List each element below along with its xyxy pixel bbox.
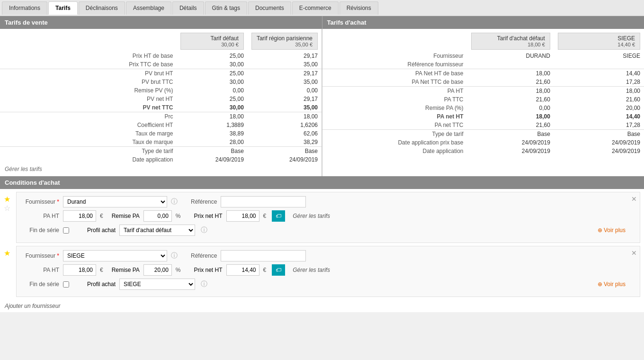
achat-val1-3: 21,60 [467, 78, 554, 87]
vente-val1-8: 1,3889 [177, 121, 247, 129]
tab-tarifs[interactable]: Tarifs [48, 1, 78, 15]
achat-label-3: PA Net TTC de base [322, 78, 467, 87]
achat-val1-4: 18,00 [467, 87, 554, 96]
reference2-label: Référence [191, 252, 217, 259]
vente-label-5: PV net HT [0, 95, 177, 103]
pa-ht2-unit: € [100, 267, 103, 273]
tab-informations[interactable]: Informations [2, 1, 47, 15]
fin-serie1-label: Fin de série [21, 227, 59, 234]
star2-gold[interactable]: ★ [4, 249, 10, 258]
achat-label-11: Date application [322, 147, 467, 155]
vente-val2-0: 29,17 [248, 52, 322, 60]
achat-val2-8: 17,28 [554, 121, 644, 130]
tarifs-achat-header: Tarifs d'achat [322, 16, 644, 29]
reference1-label: Référence [191, 198, 217, 205]
voir-plus1-icon: ⊕ [598, 227, 604, 234]
remise1-input[interactable] [143, 210, 172, 222]
tab-assemblage[interactable]: Assemblage [126, 1, 171, 15]
achat-val1-10: 24/09/2019 [467, 138, 554, 147]
conditions-achat-header: Conditions d'achat [0, 176, 644, 189]
tab-revisions[interactable]: Révisions [340, 1, 378, 15]
pa-ht1-label: PA HT [21, 213, 59, 219]
prix-net2-input[interactable] [226, 264, 259, 276]
tab-details[interactable]: Détails [172, 1, 204, 15]
ajouter-fournisseur-link[interactable]: Ajouter un fournisseur [0, 300, 65, 312]
star1-empty[interactable]: ☆ [4, 204, 10, 213]
tab-declinaisons[interactable]: Déclinaisons [79, 1, 125, 15]
tab-documents[interactable]: Documents [248, 1, 291, 15]
achat-val1-0: DURAND [467, 52, 554, 60]
achat-val2-5: 21,60 [554, 95, 644, 104]
info1-icon[interactable]: ⓘ [171, 198, 178, 206]
profil2-label: Profil achat [87, 281, 116, 288]
achat-label-5: PA TTC [322, 95, 467, 104]
achat-val2-7: 14,40 [554, 112, 644, 121]
tab-gtin-tags[interactable]: Gtin & tags [205, 1, 247, 15]
fournisseur1-select[interactable]: Durand [63, 196, 167, 207]
achat-label-8: PA net TTC [322, 121, 467, 130]
achat-val2-6: 20,00 [554, 104, 644, 112]
tarifs-vente-header: Tarifs de vente [0, 16, 322, 29]
reference1-input[interactable] [221, 196, 306, 207]
close-btn-2[interactable]: ✕ [631, 249, 637, 257]
achat-val1-9: Base [467, 130, 554, 139]
supplier2-form-row2: PA HT € Remise PA % Prix net HT € 🏷 Gére… [21, 264, 635, 276]
achat-val1-11: 24/09/2019 [467, 147, 554, 155]
prix-net1-label: Prix net HT [194, 213, 223, 219]
tab-ecommerce[interactable]: E-commerce [292, 1, 339, 15]
fournisseur2-label: Fournisseur * [21, 252, 59, 259]
manage-tarifs-vente-link[interactable]: Gérer les tarifs [0, 164, 322, 176]
tabs-bar: Informations Tarifs Déclinaisons Assembl… [0, 0, 644, 16]
achat-label-2: PA Net HT de base [322, 69, 467, 78]
voir-plus1[interactable]: ⊕ Voir plus [598, 227, 626, 234]
vente-val1-11: Base [177, 147, 247, 156]
remise2-input[interactable] [143, 264, 172, 276]
fournisseur2-select[interactable]: SIEGE [63, 250, 167, 261]
close-btn-1[interactable]: ✕ [631, 195, 637, 203]
vente-val1-7: 18,00 [177, 112, 247, 121]
pa-ht1-input[interactable] [63, 210, 96, 222]
tag2-button[interactable]: 🏷 [272, 264, 285, 276]
vente-val1-0: 25,00 [177, 52, 247, 60]
achat-val1-6: 0,00 [467, 104, 554, 112]
achat-label-1: Référence fournisseur [322, 60, 467, 69]
profil2-select[interactable]: SIEGE [119, 279, 195, 290]
tag1-button[interactable]: 🏷 [272, 210, 285, 222]
pa-ht2-input[interactable] [63, 264, 96, 276]
vente-label-2: PV brut HT [0, 69, 177, 78]
achat-val1-7: 18,00 [467, 112, 554, 121]
remise2-unit: % [176, 267, 181, 273]
vente-label-9: Taux de marge [0, 129, 177, 138]
profil1-info-icon[interactable]: ⓘ [201, 226, 207, 234]
supplier1-row: ★ ☆ ✕ Fournisseur * Durand ⓘ Référence P… [16, 192, 640, 243]
achat-val2-3: 17,28 [554, 78, 644, 87]
vente-val1-5: 25,00 [177, 95, 247, 103]
vente-val1-4: 0,00 [177, 86, 247, 95]
achat-val2-2: 14,40 [554, 69, 644, 78]
conditions-achat-section: Conditions d'achat ★ ☆ ✕ Fournisseur * D… [0, 176, 644, 312]
fin-serie1-checkbox[interactable] [63, 227, 69, 234]
supplier2-form-row3: Fin de série Profil achat SIEGE ⓘ ⊕ Voir… [21, 279, 635, 290]
profil2-info-icon[interactable]: ⓘ [201, 280, 207, 288]
supplier1-form-row3: Fin de série Profil achat Tarif d'achat … [21, 225, 635, 236]
achat-val2-9: Base [554, 130, 644, 139]
voir-plus2-icon: ⊕ [598, 281, 604, 288]
vente-val2-7: 18,00 [248, 112, 322, 121]
info2-icon[interactable]: ⓘ [171, 252, 178, 260]
achat-label-4: PA HT [322, 87, 467, 96]
vente-val1-9: 38,89 [177, 129, 247, 138]
vente-val2-12: 24/09/2019 [248, 155, 322, 164]
achat-val2-4: 18,00 [554, 87, 644, 96]
profil1-select[interactable]: Tarif d'achat défaut [119, 225, 195, 236]
prix-net1-input[interactable] [226, 210, 259, 222]
tarifs-headers: Tarifs de vente Tarifs d'achat [0, 16, 644, 29]
manage-tarifs1-link[interactable]: Gérer les tarifs [293, 213, 330, 219]
vente-val2-8: 1,6206 [248, 121, 322, 129]
prix-net2-label: Prix net HT [194, 267, 223, 273]
manage-tarifs2-link[interactable]: Gérer les tarifs [293, 267, 330, 273]
vente-val2-5: 29,17 [248, 95, 322, 103]
fin-serie2-checkbox[interactable] [63, 281, 69, 288]
voir-plus2[interactable]: ⊕ Voir plus [598, 281, 626, 288]
reference2-input[interactable] [221, 250, 306, 261]
star1-gold[interactable]: ★ [4, 195, 10, 204]
